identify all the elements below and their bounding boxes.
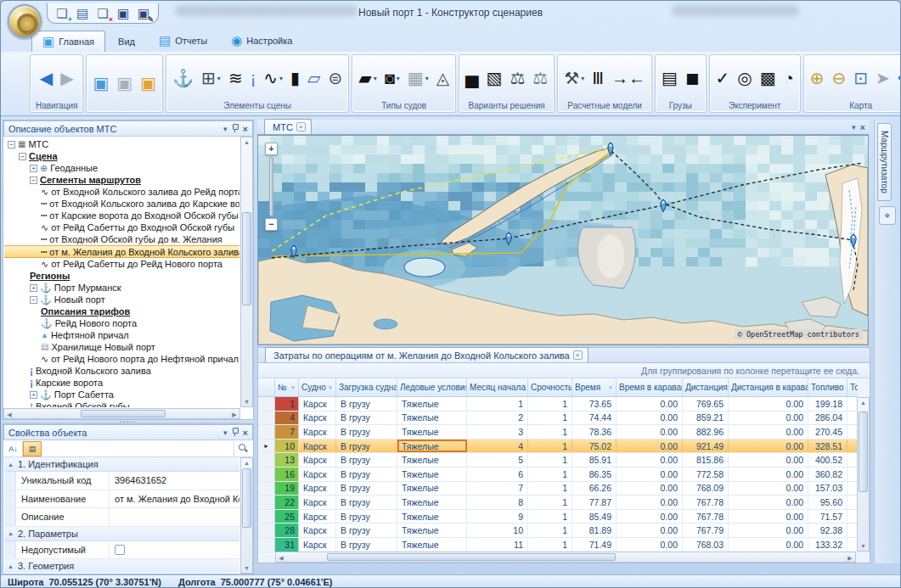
property-value[interactable]: от м. Желания до Входной Кольского... xyxy=(110,490,239,508)
table-cell[interactable]: 0.00 xyxy=(617,440,683,453)
table-cell[interactable]: 0.00 xyxy=(729,453,808,467)
table-row[interactable]: 7КарскВ грузуТяжелые3178.360.00882.960.0… xyxy=(258,425,858,440)
table-cell[interactable]: 85.91 xyxy=(572,453,617,467)
costs-tab[interactable]: Затраты по операциям от м. Желания до Вх… xyxy=(265,347,588,362)
table-cell[interactable]: 85.49 xyxy=(572,510,617,524)
tree-horizontal-scrollbar[interactable]: ◀▶ xyxy=(3,408,240,419)
calendar-button[interactable]: ▧ xyxy=(486,67,502,89)
column-header-Дистанция[interactable]: Дистанция▼ xyxy=(683,378,729,396)
table-cell[interactable]: Тяжелые xyxy=(397,496,467,509)
table-cell[interactable]: 7 xyxy=(467,482,528,496)
sort-alphabetical-button[interactable]: А↓ xyxy=(4,441,23,456)
table-cell[interactable]: Тяжелые xyxy=(397,397,467,411)
hammer-model-button[interactable]: ⚒▾ xyxy=(564,67,584,89)
collapse-icon[interactable]: − xyxy=(30,296,37,304)
table-cell[interactable]: 157.03 xyxy=(808,482,848,496)
tree-item[interactable]: ∿от Рейд Сабетты до Входной Обской губы xyxy=(4,221,239,233)
tree-item[interactable]: Регионы xyxy=(4,270,239,282)
save-as-button[interactable]: ▣✎ xyxy=(134,5,153,22)
routes-tree-button[interactable]: ⊞▾ xyxy=(201,67,221,89)
table-cell[interactable]: Тяжелые xyxy=(397,482,467,496)
cargo-box-button[interactable]: ◼ xyxy=(685,67,700,89)
table-cell[interactable]: 199.18 xyxy=(808,397,848,411)
table-cell[interactable]: 0.00 xyxy=(729,440,808,453)
column-header-Загрузка судна[interactable]: Загрузка судна▼ xyxy=(336,378,397,396)
expand-icon[interactable]: + xyxy=(30,284,37,292)
time-cost-clock-button[interactable]: ◔ xyxy=(784,67,794,89)
results-podium-button[interactable]: ▅ xyxy=(465,67,478,89)
tab-Вид[interactable]: Вид xyxy=(107,31,146,52)
table-cell[interactable]: Карск xyxy=(299,524,336,537)
close-icon[interactable]: × xyxy=(296,122,306,132)
table-cell[interactable]: 859.21 xyxy=(683,412,729,425)
table-cell[interactable]: В грузу xyxy=(336,496,397,509)
table-cell[interactable]: 1 xyxy=(528,425,572,439)
bank-model-button[interactable]: Ⅲ xyxy=(592,67,604,89)
tab-Главная[interactable]: ▣Главная xyxy=(31,31,105,53)
table-cell[interactable]: 0.00 xyxy=(617,524,683,537)
tree-item[interactable]: ⚓Рейд Нового порта xyxy=(4,317,239,329)
map-zoom-in-button[interactable]: + xyxy=(265,143,278,155)
property-category[interactable]: ▲2. Параметры xyxy=(4,527,239,541)
target-button[interactable]: ◎ xyxy=(737,67,752,89)
table-cell[interactable]: Карск xyxy=(299,425,336,439)
table-cell[interactable]: 772.58 xyxy=(683,468,729,481)
pin-icon[interactable] xyxy=(232,124,239,133)
table-cell[interactable]: 77.87 xyxy=(572,496,617,509)
tree-item[interactable]: −Сцена xyxy=(4,150,239,162)
tree-item[interactable]: •••от Входной Обской губы до м. Желания xyxy=(4,233,239,245)
table-cell[interactable]: Тяжелые xyxy=(397,524,467,537)
table-row[interactable]: ▸10КарскВ грузуТяжелые4175.020.00921.490… xyxy=(258,440,858,454)
tree-item[interactable]: ▤Хранилище Новый порт xyxy=(4,341,239,353)
validate-check-button[interactable]: ✓ xyxy=(716,67,730,89)
column-header-Месяц начала[interactable]: Месяц начала▼ xyxy=(467,378,528,396)
map-canvas[interactable]: + − © OpenStreetMap contributors xyxy=(257,135,869,345)
table-cell[interactable]: 270.45 xyxy=(808,425,848,439)
table-cell[interactable]: 400.52 xyxy=(808,453,848,467)
table-cell[interactable]: 0.00 xyxy=(617,538,683,552)
table-cell[interactable]: 1 xyxy=(528,412,572,425)
table-row[interactable]: 13КарскВ грузуТяжелые5185.910.00815.860.… xyxy=(258,453,858,468)
table-cell[interactable]: 6 xyxy=(467,468,528,481)
table-cell[interactable]: 0.00 xyxy=(617,510,683,524)
table-cell[interactable]: 71.49 xyxy=(572,538,617,552)
scales-add-button[interactable]: ⚖ xyxy=(510,67,525,89)
table-cell[interactable]: 0.00 xyxy=(729,538,808,552)
table-cell[interactable]: Тяжелые xyxy=(397,538,467,552)
close-icon[interactable]: × xyxy=(243,428,248,437)
table-cell[interactable]: 0.00 xyxy=(617,453,683,467)
pin-icon[interactable] xyxy=(232,428,239,437)
table-cell[interactable]: Тяжелые xyxy=(397,453,467,467)
anchor-port-button[interactable]: ⚓ xyxy=(172,67,194,89)
table-cell[interactable]: 71.57 xyxy=(808,510,848,524)
filter-icon[interactable]: ▼ xyxy=(326,385,333,390)
table-row[interactable]: 31КарскВ грузуТяжелые11171.490.00768.030… xyxy=(258,538,858,552)
scenario-block-stack-button[interactable]: ▣ xyxy=(140,72,156,94)
tanker-ship-button[interactable]: ◙▾ xyxy=(385,67,400,89)
tree-item[interactable]: −⚓Новый порт xyxy=(4,294,239,305)
expand-icon[interactable]: + xyxy=(30,165,37,172)
tree-item[interactable]: ¡Входной Обской губы xyxy=(4,400,239,407)
expand-icon[interactable]: + xyxy=(30,391,37,399)
table-row[interactable]: 28КарскВ грузуТяжелые10181.890.00767.790… xyxy=(258,524,858,538)
table-cell[interactable]: 0.00 xyxy=(617,412,683,425)
property-category[interactable]: ▲3. Геометрия xyxy=(4,559,239,573)
scales-button[interactable]: ⚖ xyxy=(532,67,548,89)
table-cell[interactable]: 0.00 xyxy=(729,496,808,509)
tree-item[interactable]: −▦МТС xyxy=(4,138,239,150)
table-cell[interactable]: 0.00 xyxy=(617,425,683,439)
cargo-ship-button[interactable]: ▰▾ xyxy=(358,67,376,89)
table-cell[interactable]: В грузу xyxy=(336,397,397,411)
table-cell[interactable]: Карск xyxy=(299,496,336,509)
tree-item[interactable]: +⊕Геоданные xyxy=(4,162,239,174)
table-cell[interactable]: 0.00 xyxy=(729,482,808,496)
table-cell[interactable]: 8 xyxy=(467,496,528,509)
tree-item[interactable]: •••от Входной Кольского залива до Карски… xyxy=(4,198,239,210)
column-header-Дистанция в караване[interactable]: Дистанция в караване▼ xyxy=(729,378,808,396)
router-panel-tab[interactable]: Маршрутизатор xyxy=(877,123,892,201)
table-cell[interactable]: 1 xyxy=(528,482,572,496)
filter-icon[interactable]: ▼ xyxy=(606,385,613,390)
table-cell[interactable]: Тяжелые xyxy=(397,468,467,481)
table-row[interactable]: 25КарскВ грузуТяжелые9185.490.00767.780.… xyxy=(258,510,858,524)
router-icon[interactable]: ⌖ xyxy=(879,206,896,225)
